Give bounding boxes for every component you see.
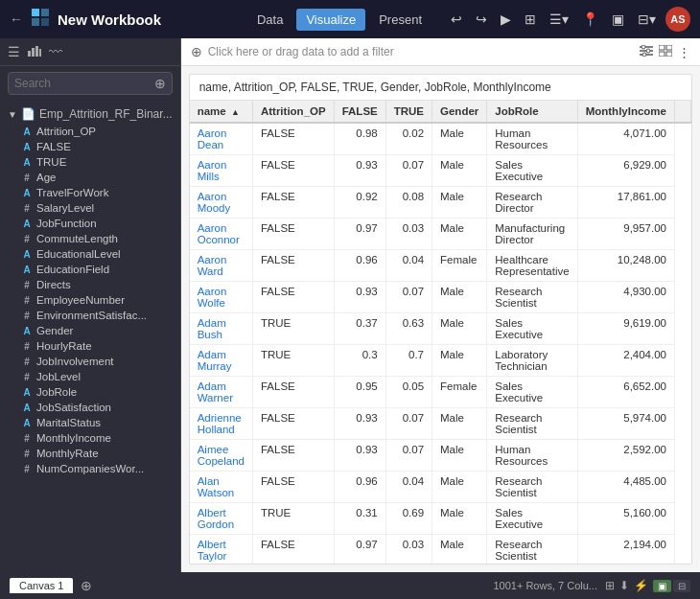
sidebar-field-item[interactable]: AMaritalStatus xyxy=(0,415,180,430)
export-icon-btn[interactable]: ⊟▾ xyxy=(634,10,660,29)
undo-button[interactable]: ↩ xyxy=(447,10,466,29)
table-cell: FALSE xyxy=(252,155,334,187)
field-name-label: TravelForWork xyxy=(36,187,108,198)
play-button[interactable]: ▶ xyxy=(497,10,515,29)
table-row[interactable]: Adam MurrayTRUE0.30.7MaleLaboratory Tech… xyxy=(190,345,691,377)
sidebar-field-item[interactable]: AEducationalLevel xyxy=(0,246,180,262)
filter-add-icon[interactable]: ⊕ xyxy=(191,44,202,59)
col-header-attrition[interactable]: Attrition_OP xyxy=(252,101,334,123)
table-row[interactable]: Adam WarnerFALSE0.950.05FemaleSales Exec… xyxy=(190,377,691,408)
table-row[interactable]: Adrienne HollandFALSE0.930.07MaleResearc… xyxy=(190,408,691,440)
table-row[interactable]: Alan WatsonFALSE0.960.04MaleResearch Sci… xyxy=(190,472,691,503)
table-row[interactable]: Albert TaylorFALSE0.970.03MaleResearch S… xyxy=(190,535,691,564)
sidebar-list-icon[interactable]: ☰ xyxy=(8,44,20,59)
share-icon-btn[interactable]: ▣ xyxy=(608,10,628,29)
table-row[interactable]: Aaron WardFALSE0.960.04FemaleHealthcare … xyxy=(190,250,691,282)
search-input[interactable] xyxy=(14,77,154,90)
table-row[interactable]: Adam BushTRUE0.370.63MaleSales Executive… xyxy=(190,313,691,345)
field-name-label: EmployeeNumber xyxy=(36,294,125,306)
sidebar-field-item[interactable]: ATravelForWork xyxy=(0,185,180,200)
tab-present[interactable]: Present xyxy=(369,9,432,31)
user-avatar[interactable]: AS xyxy=(665,7,690,32)
sidebar-field-item[interactable]: AGender xyxy=(0,323,180,338)
table-row[interactable]: Aaron WolfeFALSE0.930.07MaleResearch Sci… xyxy=(190,282,691,313)
table-cell: Male xyxy=(432,155,487,187)
field-type-icon: A xyxy=(21,249,33,260)
field-type-icon: # xyxy=(21,203,33,214)
sidebar-field-item[interactable]: #EmployeeNumber xyxy=(0,292,180,308)
sidebar-field-item[interactable]: AJobRole xyxy=(0,384,180,400)
table-row[interactable]: Aaron MillsFALSE0.930.07MaleSales Execut… xyxy=(190,155,691,187)
sidebar-field-item[interactable]: #EnvironmentSatisfac... xyxy=(0,308,180,323)
table-cell: Research Scientist xyxy=(487,408,577,440)
more-options-icon[interactable]: ⋮ xyxy=(678,45,690,59)
field-name-label: JobLevel xyxy=(36,371,81,382)
field-name-label: Attrition_OP xyxy=(36,126,96,137)
table-row[interactable]: Aaron OconnorFALSE0.970.03MaleManufactur… xyxy=(190,219,691,250)
col-header-false[interactable]: FALSE xyxy=(334,101,385,123)
redo-button[interactable]: ↪ xyxy=(472,10,491,29)
pin-icon-btn[interactable]: 📍 xyxy=(578,10,602,29)
table-row[interactable]: Aaron MoodyFALSE0.920.08MaleResearch Dir… xyxy=(190,187,691,219)
sidebar-field-item[interactable]: #Age xyxy=(0,170,180,185)
field-type-icon: A xyxy=(21,387,33,398)
table-cell: 0.93 xyxy=(334,282,385,313)
list-icon-btn[interactable]: ☰▾ xyxy=(546,10,572,29)
sidebar-field-item[interactable]: AFALSE xyxy=(0,139,180,154)
table-cell: Female xyxy=(432,377,487,408)
sidebar-field-item[interactable]: #JobLevel xyxy=(0,369,180,384)
filter-settings-icon[interactable] xyxy=(640,45,653,59)
sidebar-field-item[interactable]: #CommuteLength xyxy=(0,231,180,246)
table-cell: Aaron Moody xyxy=(190,187,253,219)
sidebar-field-item[interactable]: #JobInvolvement xyxy=(0,354,180,369)
sidebar-field-item[interactable]: #MonthlyRate xyxy=(0,446,180,461)
sidebar-field-item[interactable]: #Directs xyxy=(0,277,180,292)
sidebar-field-item[interactable]: AAttrition_OP xyxy=(0,124,180,139)
grid-view-icon[interactable] xyxy=(659,45,672,59)
table-row[interactable]: Albert GordonTRUE0.310.69MaleSales Execu… xyxy=(190,503,691,535)
col-header-jobrole[interactable]: JobRole xyxy=(487,101,577,123)
col-header-income[interactable]: MonthlyIncome xyxy=(577,101,674,123)
back-button[interactable]: ← xyxy=(10,12,23,27)
canvas-tab[interactable]: Canvas 1 xyxy=(10,578,73,593)
tab-data[interactable]: Data xyxy=(247,9,292,31)
view-toggle-off[interactable]: ⊟ xyxy=(673,580,690,592)
sidebar-field-item[interactable]: #HourlyRate xyxy=(0,338,180,354)
field-name-label: JobRole xyxy=(36,386,77,398)
svg-rect-1 xyxy=(41,9,49,16)
col-header-true[interactable]: TRUE xyxy=(385,101,432,123)
sidebar-field-item[interactable]: #MonthlyIncome xyxy=(0,430,180,446)
sidebar-field-item[interactable]: ATRUE xyxy=(0,154,180,170)
add-field-button[interactable]: ⊕ xyxy=(154,76,166,91)
view-toggle-on[interactable]: ▣ xyxy=(653,580,671,592)
col-header-name[interactable]: name ▲ xyxy=(190,101,253,123)
table-cell: Aimee Copeland xyxy=(190,440,253,472)
table-cell: Male xyxy=(432,503,487,535)
svg-rect-7 xyxy=(39,49,41,57)
table-scroll[interactable]: name ▲ Attrition_OP FALSE TRUE Gender Jo… xyxy=(190,101,691,564)
dataset-header[interactable]: ▼ 📄 Emp_Attrition_RF_Binar... xyxy=(0,104,180,124)
sidebar-field-item[interactable]: AEducationField xyxy=(0,262,180,277)
sidebar-field-item[interactable]: AJobFunction xyxy=(0,216,180,231)
bottom-download-icon[interactable]: ⬇ xyxy=(619,579,629,592)
col-header-gender[interactable]: Gender xyxy=(432,101,487,123)
table-body: Aaron DeanFALSE0.980.02MaleHuman Resourc… xyxy=(190,123,691,564)
sidebar-chart-icon[interactable] xyxy=(28,44,41,59)
filter-placeholder[interactable]: Click here or drag data to add a filter xyxy=(208,45,634,58)
sidebar-field-item[interactable]: #NumCompaniesWor... xyxy=(0,461,180,476)
sidebar-field-item[interactable]: #SalaryLevel xyxy=(0,200,180,216)
sidebar-wave-icon[interactable]: 〰 xyxy=(49,44,62,59)
grid-icon-btn[interactable]: ⊞ xyxy=(521,10,540,29)
table-row[interactable]: Aimee CopelandFALSE0.930.07MaleHuman Res… xyxy=(190,440,691,472)
table-cell: Adam Warner xyxy=(190,377,253,408)
field-name-label: MonthlyRate xyxy=(36,448,99,459)
tab-visualize[interactable]: Visualize xyxy=(296,9,365,31)
bottom-refresh-icon[interactable]: ⚡ xyxy=(634,579,648,592)
bottom-grid-icon[interactable]: ⊞ xyxy=(605,579,615,592)
table-row[interactable]: Aaron DeanFALSE0.980.02MaleHuman Resourc… xyxy=(190,123,691,155)
sidebar-field-item[interactable]: AJobSatisfaction xyxy=(0,400,180,415)
table-cell: 0.63 xyxy=(385,313,432,345)
add-canvas-button[interactable]: ⊕ xyxy=(81,578,92,593)
svg-rect-2 xyxy=(32,18,39,26)
search-box[interactable]: ⊕ xyxy=(8,72,173,95)
